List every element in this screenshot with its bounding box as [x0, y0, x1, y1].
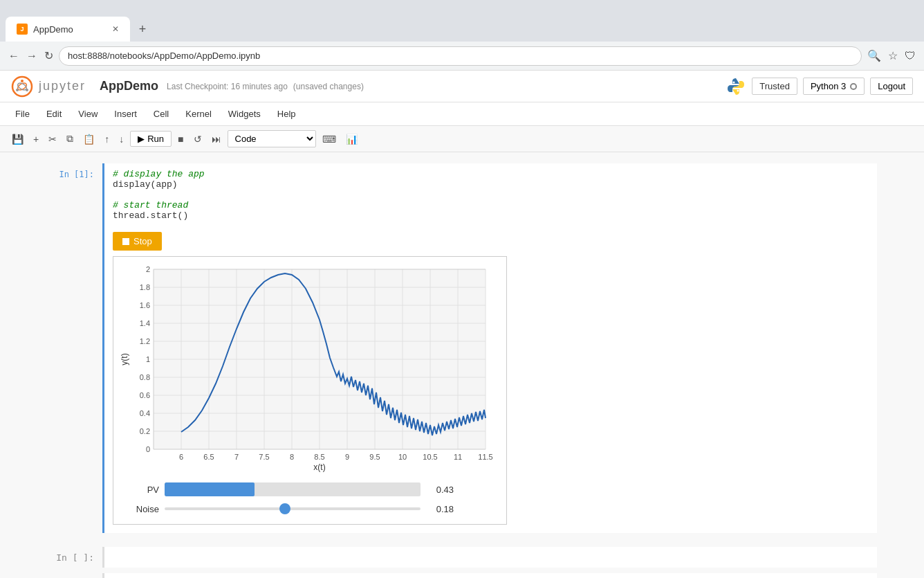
- reload-icon[interactable]: ↻: [44, 49, 53, 62]
- cell-toolbar: 💾 + ✂ ⧉ 📋 ↑ ↓ ▶ Run ■ ↺ ⏭ Code Markdown …: [0, 126, 924, 152]
- active-tab[interactable]: J AppDemo ✕: [6, 17, 130, 42]
- menu-cell[interactable]: Cell: [147, 106, 176, 122]
- svg-text:11: 11: [454, 453, 462, 461]
- svg-point-5: [26, 89, 28, 91]
- empty-cell-1-prompt: In [ ]:: [47, 547, 102, 568]
- menu-kernel[interactable]: Kernel: [178, 106, 219, 122]
- trusted-button[interactable]: Trusted: [752, 78, 797, 95]
- svg-text:8: 8: [290, 453, 294, 461]
- pv-row: PV 0.43: [119, 480, 501, 499]
- svg-text:11.5: 11.5: [478, 453, 492, 461]
- cell-code[interactable]: # display the app display(app) # start t…: [104, 163, 877, 226]
- address-bar[interactable]: host:8888/notebooks/AppDemo/AppDemo.ipyn…: [59, 46, 862, 66]
- stop-button[interactable]: Stop: [113, 232, 162, 251]
- jupyter-logo: jupyter: [11, 75, 86, 98]
- python-logo-icon: [726, 76, 746, 97]
- chart-svg: 0 0.2 0.4 0.6 0.8 1 1.2 1.4 1.6 1.8 2: [119, 262, 499, 477]
- svg-point-4: [16, 89, 19, 91]
- svg-text:6: 6: [179, 453, 183, 461]
- svg-text:7.5: 7.5: [259, 453, 269, 461]
- code-line-4: # start thread: [113, 200, 869, 210]
- cell-type-select[interactable]: Code Markdown Raw NBConvert: [228, 130, 316, 147]
- chart-icon[interactable]: 📊: [342, 132, 361, 147]
- copy-cell-icon[interactable]: ⧉: [63, 131, 77, 147]
- noise-value: 0.18: [426, 504, 454, 514]
- tab-title: AppDemo: [33, 24, 73, 35]
- svg-text:2: 2: [146, 265, 150, 273]
- notebook-area: In [1]: # display the app display(app) #…: [0, 152, 924, 578]
- menu-file[interactable]: File: [8, 106, 37, 122]
- menu-edit[interactable]: Edit: [39, 106, 68, 122]
- menu-widgets[interactable]: Widgets: [221, 106, 268, 122]
- shield-icon[interactable]: 🛡: [905, 50, 916, 62]
- svg-text:10.5: 10.5: [423, 453, 437, 461]
- restart-run-icon[interactable]: ⏭: [208, 132, 225, 147]
- restart-icon[interactable]: ↺: [190, 132, 205, 147]
- paste-cell-icon[interactable]: 📋: [80, 132, 98, 147]
- stop-label: Stop: [133, 236, 152, 246]
- chart-container: 0 0.2 0.4 0.6 0.8 1 1.2 1.4 1.6 1.8 2: [113, 256, 507, 525]
- svg-text:1: 1: [146, 355, 150, 363]
- back-icon[interactable]: ←: [8, 50, 19, 62]
- svg-text:9: 9: [345, 453, 349, 461]
- svg-text:0.4: 0.4: [140, 409, 150, 417]
- svg-point-3: [21, 80, 24, 82]
- tab-favicon: J: [17, 24, 28, 35]
- notebook-name[interactable]: AppDemo: [100, 79, 158, 93]
- svg-text:x(t): x(t): [313, 462, 325, 472]
- noise-slider[interactable]: [165, 502, 421, 516]
- run-button[interactable]: ▶ Run: [130, 131, 172, 147]
- noise-thumb[interactable]: [279, 503, 290, 514]
- kernel-label: Python 3: [811, 81, 846, 91]
- noise-row: Noise 0.18: [119, 499, 501, 518]
- interrupt-icon[interactable]: ■: [174, 132, 187, 147]
- pv-label: PV: [124, 485, 159, 495]
- toolbar-right: Trusted Python 3 Logout: [726, 76, 913, 97]
- logout-button[interactable]: Logout: [870, 78, 913, 95]
- menu-view[interactable]: View: [71, 106, 104, 122]
- empty-cell-2-content[interactable]: [102, 573, 877, 578]
- save-icon[interactable]: 💾: [8, 132, 27, 147]
- empty-cell-2: In [ ]:: [47, 573, 877, 578]
- new-tab-button[interactable]: +: [133, 19, 152, 39]
- menu-bar: File Edit View Insert Cell Kernel Widget…: [0, 102, 924, 126]
- svg-text:0.8: 0.8: [140, 373, 150, 381]
- svg-text:y(t): y(t): [120, 353, 129, 365]
- jupyter-logo-text: jupyter: [39, 79, 86, 93]
- empty-cell-1: In [ ]:: [47, 547, 877, 568]
- svg-text:1.8: 1.8: [140, 283, 150, 291]
- run-icon: ▶: [138, 134, 145, 144]
- pv-bar-fill: [165, 482, 255, 496]
- empty-cell-1-content[interactable]: [102, 547, 877, 568]
- close-tab-icon[interactable]: ✕: [112, 24, 119, 34]
- unsaved-text: (unsaved changes): [293, 82, 364, 91]
- svg-text:10: 10: [398, 453, 407, 461]
- svg-text:0.2: 0.2: [140, 427, 150, 435]
- search-icon[interactable]: 🔍: [867, 49, 881, 62]
- move-down-icon[interactable]: ↓: [115, 132, 127, 147]
- address-bar-row: ← → ↻ host:8888/notebooks/AppDemo/AppDem…: [0, 42, 924, 71]
- keyboard-shortcuts-icon[interactable]: ⌨: [319, 132, 340, 147]
- empty-cell-1-label: In [ ]:: [56, 552, 94, 563]
- svg-text:7: 7: [234, 453, 239, 461]
- url-text: host:8888/notebooks/AppDemo/AppDemo.ipyn…: [68, 51, 260, 61]
- svg-text:1.6: 1.6: [140, 301, 150, 309]
- menu-insert[interactable]: Insert: [107, 106, 144, 122]
- cut-cell-icon[interactable]: ✂: [45, 132, 60, 147]
- code-cell-1: In [1]: # display the app display(app) #…: [47, 163, 877, 539]
- pv-progress-bar[interactable]: [165, 482, 421, 496]
- code-line-3: [113, 190, 869, 200]
- svg-text:9.5: 9.5: [369, 453, 380, 461]
- pv-value: 0.43: [426, 485, 454, 495]
- bookmark-icon[interactable]: ☆: [888, 49, 898, 62]
- kernel-status-icon: [850, 83, 857, 90]
- empty-cell-2-prompt: In [ ]:: [47, 573, 102, 578]
- forward-icon[interactable]: →: [26, 50, 37, 62]
- move-up-icon[interactable]: ↑: [101, 132, 113, 147]
- menu-help[interactable]: Help: [270, 106, 303, 122]
- run-label: Run: [147, 134, 164, 144]
- add-cell-icon[interactable]: +: [30, 132, 42, 147]
- kernel-indicator: Python 3: [803, 78, 865, 95]
- svg-text:0.6: 0.6: [140, 391, 150, 399]
- cell-content: # display the app display(app) # start t…: [102, 163, 877, 533]
